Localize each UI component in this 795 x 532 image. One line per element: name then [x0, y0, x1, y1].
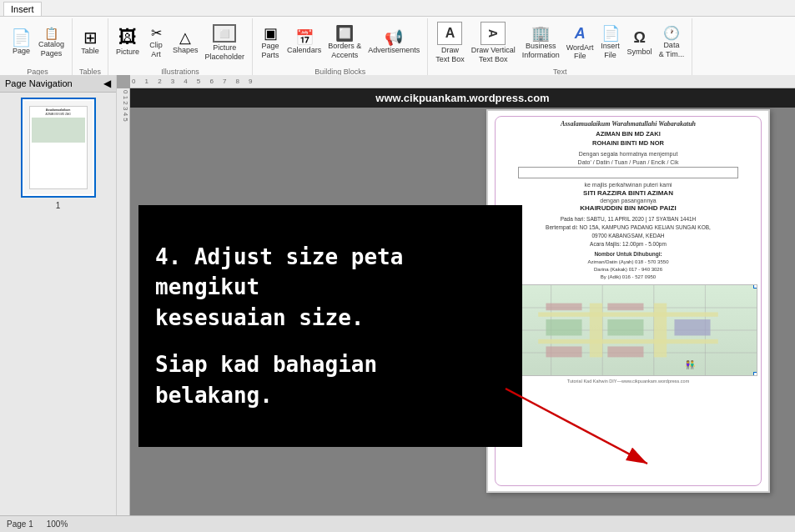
page-navigation-panel: Page Navigation ◀ Assalamualaikum AZIMAN… — [0, 75, 117, 515]
borders-accents-button[interactable]: 🔲 Borders &Accents — [325, 24, 364, 62]
advertisements-label: Advertisements — [368, 46, 420, 55]
svg-text:👫: 👫 — [685, 359, 696, 370]
main-area: Page Navigation ◀ Assalamualaikum AZIMAN… — [0, 75, 795, 515]
svg-rect-7 — [538, 312, 718, 316]
invite-contact2: Darina (Kakak) 017 - 940 3026 — [499, 266, 757, 274]
ribbon-group-illustrations: 🖼 Picture ✂ ClipArt △ Shapes ⬜ PicturePl… — [108, 18, 253, 78]
status-bar: Page 1 100% — [0, 515, 795, 532]
ribbon-tabs: Insert — [0, 0, 795, 16]
tab-insert[interactable]: Insert — [3, 2, 42, 16]
svg-rect-17 — [674, 319, 710, 335]
picture-placeholder-button[interactable]: ⬜ PicturePlaceholder — [203, 23, 248, 63]
selection-handle-tr[interactable] — [753, 284, 757, 289]
canvas-content: www.cikpuankam.wordpress.com 4. Adjust s… — [130, 88, 795, 515]
draw-vertical-text-box-icon: A — [481, 22, 506, 45]
data-time-label: Data& Tim... — [659, 41, 685, 59]
data-and-time-button[interactable]: 🕐 Data& Tim... — [657, 25, 687, 61]
ribbon-group-pages-items: 📄 Page 📋 CatalogPages — [8, 20, 67, 66]
ribbon-group-text: A DrawText Box A Draw VerticalText Box 🏢… — [428, 18, 692, 78]
ribbon-group-building-blocks-items: ▣ PageParts 📅 Calendars 🔲 Borders &Accen… — [258, 20, 422, 66]
svg-rect-16 — [607, 346, 643, 357]
instruction-box: 4. Adjust size peta mengikut kesesuaian … — [138, 205, 522, 447]
draw-text-box-label: DrawText Box — [435, 46, 465, 64]
invite-contact3: By (Adik) 016 - 527 0950 — [499, 274, 757, 281]
business-info-button[interactable]: 🏢 BusinessInformation — [520, 24, 562, 62]
data-time-icon: 🕐 — [663, 27, 680, 40]
invite-footer: Tutorial Kad Kahwin DIY—www.cikpuankam.w… — [499, 379, 757, 384]
insert-file-label: InsertFile — [601, 42, 620, 60]
picture-icon: 🖼 — [118, 28, 137, 47]
picture-label: Picture — [116, 48, 139, 57]
page-nav-title: Page Navigation — [5, 78, 73, 88]
instruction-text-1: 4. Adjust size peta mengikut — [155, 242, 506, 303]
clip-art-icon: ✂ — [151, 27, 162, 40]
ribbon-group-pages: 📄 Page 📋 CatalogPages Pages — [3, 18, 73, 78]
svg-rect-12 — [607, 304, 643, 311]
invite-name1: AZIMAN BIN MD ZAKI — [499, 129, 757, 139]
page-nav-header: Page Navigation ◀ — [0, 75, 116, 93]
shapes-label: Shapes — [173, 46, 199, 55]
invite-contact1: Aziman/Datin (Ayah) 018 - 570 3550 — [499, 258, 757, 266]
ribbon-group-tables-items: ⊞ Table — [78, 20, 103, 66]
picture-button[interactable]: 🖼 Picture — [113, 27, 142, 58]
invite-venue: Bertempat di: NO 15A, KAMPUNG PADANG KEL… — [499, 223, 757, 232]
ruler-horizontal: 0 1 2 3 4 5 6 7 8 9 — [130, 75, 795, 88]
svg-rect-8 — [538, 339, 718, 344]
invite-time: Acara Majlis: 12.00pm - 5.00pm — [499, 240, 757, 248]
catalog-pages-button[interactable]: 📋 CatalogPages — [36, 26, 67, 60]
business-info-label: BusinessInformation — [522, 42, 560, 60]
instruction-text-2: kesesuaian size. — [155, 303, 506, 333]
advertisements-button[interactable]: 📢 Advertisements — [365, 28, 422, 57]
symbol-icon: Ω — [633, 29, 645, 47]
table-label: Table — [81, 47, 99, 56]
instruction-text-3: Siap kad bahagian belakang. — [155, 349, 506, 410]
invite-conjunction: dengan pasangannya — [499, 198, 757, 203]
page-nav-collapse-icon[interactable]: ◀ — [103, 78, 111, 89]
wordart-icon: A — [575, 25, 586, 43]
invite-postcode: 09700 KABANGSAM, KEDAH — [499, 232, 757, 240]
invite-text: Dengan segala hormatnya menjemput — [499, 151, 757, 157]
calendars-icon: 📅 — [295, 30, 314, 45]
picture-placeholder-label: PicturePlaceholder — [205, 43, 245, 62]
wordart-label: WordArtFile — [566, 43, 594, 62]
page-parts-button[interactable]: ▣ PageParts — [258, 24, 283, 62]
symbol-button[interactable]: Ω Symbol — [625, 28, 655, 58]
invite-contact-header: Nombor Untuk Dihubungi: — [499, 251, 757, 257]
calendars-button[interactable]: 📅 Calendars — [284, 28, 324, 57]
draw-vertical-text-box-label: Draw VerticalText Box — [471, 46, 516, 64]
shapes-icon: △ — [179, 30, 191, 45]
ribbon-group-text-items: A DrawText Box A Draw VerticalText Box 🏢… — [433, 20, 687, 66]
invite-map-area: 👫 — [499, 284, 757, 376]
page-button[interactable]: 📄 Page — [8, 28, 34, 58]
insert-file-button[interactable]: 📄 InsertFile — [598, 24, 623, 62]
invite-date: Pada hari: SABTU, 11 APRIL 2020 | 17 SYA… — [499, 214, 757, 223]
draw-text-box-icon: A — [437, 22, 462, 45]
clip-art-button[interactable]: ✂ ClipArt — [143, 25, 169, 61]
clip-art-label: ClipArt — [149, 41, 163, 59]
borders-accents-icon: 🔲 — [335, 26, 354, 41]
wordart-button[interactable]: A WordArtFile — [564, 23, 596, 63]
page-nav-content: Assalamualaikum AZIMAN BIN MD ZAKI 1 — [0, 93, 116, 215]
zoom-level: 100% — [47, 519, 68, 529]
shapes-button[interactable]: △ Shapes — [170, 28, 201, 57]
watermark-banner: www.cikpuankam.wordpress.com — [130, 88, 795, 108]
borders-accents-label: Borders &Accents — [328, 42, 361, 60]
svg-rect-15 — [546, 346, 581, 357]
calendars-label: Calendars — [287, 46, 321, 55]
symbol-label: Symbol — [627, 48, 652, 57]
svg-rect-14 — [607, 319, 643, 335]
page-status: Page 1 — [7, 519, 33, 529]
selection-handle-br[interactable] — [753, 372, 757, 376]
svg-rect-11 — [546, 304, 581, 311]
invite-partner: KHAIRUDDIN BIN MOHD PAIZI — [499, 204, 757, 212]
svg-rect-10 — [654, 304, 667, 358]
draw-text-box-button[interactable]: A DrawText Box — [433, 20, 467, 66]
catalog-pages-icon: 📋 — [44, 28, 58, 39]
page-icon: 📄 — [11, 29, 32, 46]
table-button[interactable]: ⊞ Table — [78, 28, 103, 58]
draw-vertical-text-box-button[interactable]: A Draw VerticalText Box — [469, 20, 518, 66]
invite-bride-groom: SITI RAZZIRA BINTI AZIMAN — [499, 189, 757, 197]
canvas-area: 0 1 2 3 4 5 6 7 8 9 0 1 2 3 4 5 www.cikp… — [117, 75, 795, 515]
page-thumbnail-1[interactable]: Assalamualaikum AZIMAN BIN MD ZAKI — [21, 98, 96, 198]
ribbon-content: 📄 Page 📋 CatalogPages Pages ⊞ Table Tabl… — [0, 16, 795, 79]
